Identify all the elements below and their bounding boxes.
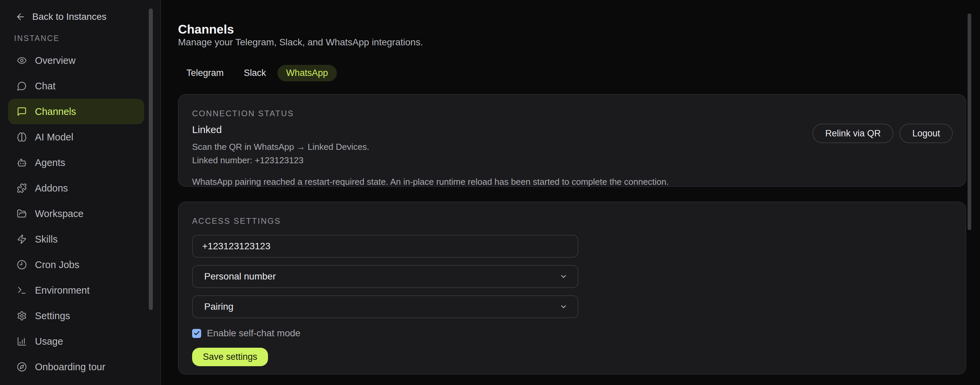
logout-button[interactable]: Logout bbox=[899, 124, 953, 143]
sidebar-item-label: Cron Jobs bbox=[35, 259, 79, 270]
auth-method-selected-value: Pairing bbox=[204, 301, 234, 312]
sidebar-item-label: AI Model bbox=[35, 132, 73, 143]
page-subtitle: Manage your Telegram, Slack, and WhatsAp… bbox=[178, 37, 423, 48]
sidebar-item-label: Chat bbox=[35, 81, 56, 92]
sidebar-item-onboarding-tour[interactable]: Onboarding tour bbox=[0, 354, 160, 380]
compass-icon bbox=[17, 362, 27, 372]
sidebar-scrollbar[interactable] bbox=[149, 8, 153, 310]
puzzle-icon bbox=[17, 183, 27, 193]
sidebar-item-ai-model[interactable]: AI Model bbox=[0, 124, 160, 150]
sidebar-item-cron-jobs[interactable]: Cron Jobs bbox=[0, 252, 160, 277]
sidebar-item-skills[interactable]: Skills bbox=[0, 226, 160, 252]
sidebar-item-label: Environment bbox=[35, 285, 90, 296]
sidebar-item-chat[interactable]: Chat bbox=[0, 73, 160, 99]
brain-icon bbox=[17, 132, 27, 142]
zap-icon bbox=[17, 234, 27, 244]
self-chat-checkbox[interactable] bbox=[192, 329, 201, 338]
auth-method-select[interactable]: Pairing bbox=[192, 295, 578, 318]
sidebar-item-label: Agents bbox=[35, 157, 65, 168]
sidebar-item-label: Overview bbox=[35, 55, 76, 66]
sidebar-nav: Overview Chat Channels AI Model Agents bbox=[0, 48, 160, 380]
sidebar-item-label: Workspace bbox=[35, 208, 84, 220]
robot-icon bbox=[17, 158, 27, 168]
save-settings-button[interactable]: Save settings bbox=[192, 348, 268, 366]
sidebar-item-label: Onboarding tour bbox=[35, 361, 105, 372]
self-chat-row: Enable self-chat mode bbox=[192, 328, 952, 339]
sidebar-item-environment[interactable]: Environment bbox=[0, 277, 160, 303]
instance-section-label: INSTANCE bbox=[14, 34, 59, 43]
self-chat-label: Enable self-chat mode bbox=[207, 328, 301, 339]
sidebar-item-channels[interactable]: Channels bbox=[8, 99, 144, 124]
number-type-selected-value: Personal number bbox=[204, 271, 276, 282]
linked-number: Linked number: +123123123 bbox=[192, 155, 952, 165]
number-type-select[interactable]: Personal number bbox=[192, 265, 578, 288]
sidebar-item-addons[interactable]: Addons bbox=[0, 175, 160, 201]
folder-open-icon bbox=[17, 208, 27, 219]
connection-actions: Relink via QR Logout bbox=[812, 124, 953, 143]
message-circle-icon bbox=[17, 81, 27, 91]
message-square-icon bbox=[17, 107, 27, 116]
sidebar-item-agents[interactable]: Agents bbox=[0, 150, 160, 175]
sidebar-item-overview[interactable]: Overview bbox=[0, 48, 160, 73]
tab-telegram[interactable]: Telegram bbox=[178, 65, 232, 81]
tab-whatsapp[interactable]: WhatsApp bbox=[277, 65, 337, 81]
sidebar-item-label: Settings bbox=[35, 310, 70, 321]
sidebar-item-label: Usage bbox=[35, 336, 63, 347]
access-settings-card: ACCESS SETTINGS Personal number Pairing … bbox=[178, 202, 966, 375]
sidebar-item-label: Channels bbox=[35, 106, 76, 117]
chevron-down-icon bbox=[560, 272, 568, 280]
phone-number-input[interactable] bbox=[192, 235, 578, 258]
access-settings-section-label: ACCESS SETTINGS bbox=[192, 216, 952, 226]
page-title: Channels bbox=[178, 22, 234, 37]
connection-instruction: Scan the QR in WhatsApp → Linked Devices… bbox=[192, 142, 952, 152]
chevron-down-icon bbox=[560, 303, 568, 311]
relink-via-qr-button[interactable]: Relink via QR bbox=[812, 124, 893, 143]
main-content: Channels Manage your Telegram, Slack, an… bbox=[162, 0, 980, 385]
pairing-notice: WhatsApp pairing reached a restart-requi… bbox=[192, 177, 952, 187]
back-to-instances-label: Back to Instances bbox=[32, 11, 107, 22]
clock-icon bbox=[17, 260, 27, 270]
terminal-icon bbox=[17, 285, 27, 295]
tab-slack[interactable]: Slack bbox=[235, 65, 275, 81]
back-to-instances-link[interactable]: Back to Instances bbox=[16, 11, 107, 22]
eye-icon bbox=[17, 56, 27, 65]
connection-status-card: CONNECTION STATUS Linked Scan the QR in … bbox=[178, 94, 966, 187]
sidebar: Back to Instances INSTANCE Overview Chat… bbox=[0, 0, 161, 385]
gear-icon bbox=[17, 311, 27, 321]
check-icon bbox=[193, 330, 200, 337]
sidebar-item-usage[interactable]: Usage bbox=[0, 329, 160, 354]
sidebar-item-workspace[interactable]: Workspace bbox=[0, 201, 160, 226]
bar-chart-icon bbox=[17, 336, 27, 346]
channel-tabs: Telegram Slack WhatsApp bbox=[178, 65, 337, 81]
main-scrollbar[interactable] bbox=[967, 13, 971, 230]
arrow-left-icon bbox=[16, 12, 25, 22]
sidebar-item-label: Addons bbox=[35, 183, 68, 194]
connection-status-section-label: CONNECTION STATUS bbox=[192, 109, 952, 118]
sidebar-item-label: Skills bbox=[35, 234, 58, 245]
sidebar-item-settings[interactable]: Settings bbox=[0, 303, 160, 329]
